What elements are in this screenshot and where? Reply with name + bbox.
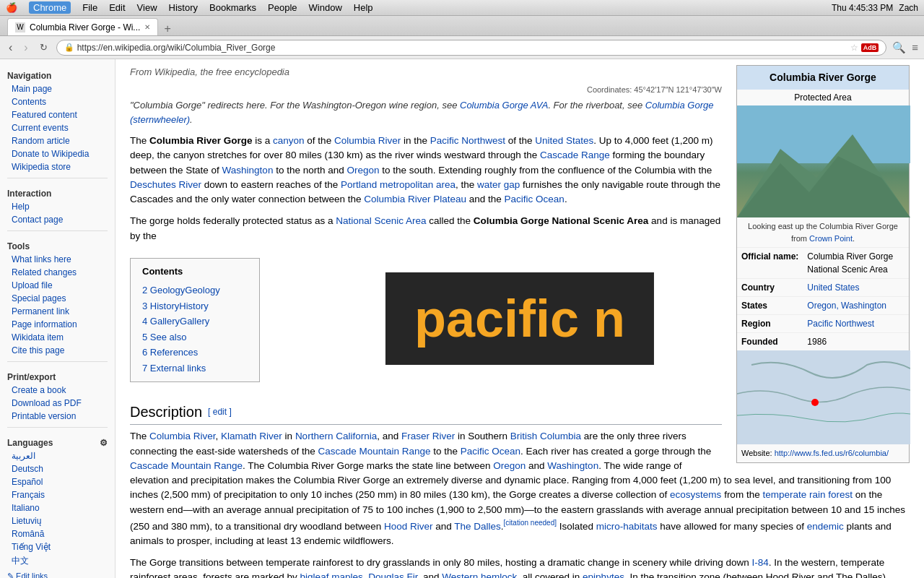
washington-link[interactable]: Washington bbox=[222, 165, 274, 176]
edit-links-button[interactable]: ✎ Edit links bbox=[0, 569, 115, 578]
ecosystems-link[interactable]: ecosystems bbox=[670, 489, 721, 500]
toc-item-2[interactable]: 2 GeologyGeology bbox=[142, 282, 248, 298]
micro-habitats-link[interactable]: micro-habitats bbox=[596, 520, 658, 531]
hood-river-link[interactable]: Hood River bbox=[384, 520, 433, 531]
british-columbia-link[interactable]: British Columbia bbox=[510, 431, 581, 441]
cascade-mtn-link[interactable]: Cascade Mountain Range bbox=[318, 446, 430, 457]
toc-item-3[interactable]: 3 HistoryHistory bbox=[142, 298, 248, 314]
address-bar[interactable]: 🔒 https://en.wikipedia.org/wiki/Columbia… bbox=[56, 40, 887, 56]
temperate-rain-forest-link[interactable]: temperate rain forest bbox=[762, 489, 853, 500]
sidebar-lang-arabic[interactable]: العربية bbox=[0, 449, 115, 462]
pacific-nw-link[interactable]: Pacific Northwest bbox=[430, 135, 505, 146]
sidebar-lang-deutsch[interactable]: Deutsch bbox=[0, 462, 115, 475]
sidebar-item-wikidata[interactable]: Wikidata item bbox=[0, 331, 115, 344]
washington-link-2[interactable]: Washington bbox=[547, 460, 598, 471]
toc-item-4[interactable]: 4 GalleryGallery bbox=[142, 314, 248, 329]
the-dalles-link[interactable]: The Dalles bbox=[454, 520, 501, 531]
sidebar-item-store[interactable]: Wikipedia store bbox=[0, 160, 115, 173]
menu-item-edit[interactable]: Edit bbox=[109, 2, 125, 13]
sidebar-item-page-info[interactable]: Page information bbox=[0, 318, 115, 331]
sidebar-item-random-article[interactable]: Random article bbox=[0, 134, 115, 147]
water-gap-link[interactable]: water gap bbox=[477, 179, 520, 190]
cascade-mtn-link-2[interactable]: Cascade Mountain Range bbox=[130, 460, 243, 471]
sidebar: Navigation Main page Contents Featured c… bbox=[0, 59, 116, 578]
sidebar-lang-chinese[interactable]: 中文 bbox=[0, 553, 115, 569]
pacific-ocean-link[interactable]: Pacific Ocean bbox=[505, 194, 565, 204]
sidebar-item-donate[interactable]: Donate to Wikipedia bbox=[0, 147, 115, 160]
toc-item-7[interactable]: 7 External links bbox=[142, 361, 248, 376]
menu-item-file[interactable]: File bbox=[82, 2, 97, 13]
back-button[interactable]: ‹ bbox=[6, 40, 15, 56]
menu-item-help[interactable]: Help bbox=[354, 2, 373, 13]
sidebar-item-printable[interactable]: Printable version bbox=[0, 410, 115, 423]
sidebar-lang-italiano[interactable]: Italiano bbox=[0, 501, 115, 514]
douglas-fir-link[interactable]: Douglas Fir bbox=[368, 571, 417, 578]
portland-metro-link[interactable]: Portland metropolitan area bbox=[341, 179, 456, 190]
fraser-river-link[interactable]: Fraser River bbox=[401, 431, 455, 441]
apple-menu[interactable]: 🍎 bbox=[6, 2, 17, 13]
menu-item-history[interactable]: History bbox=[169, 2, 198, 13]
united-states-link[interactable]: United States bbox=[535, 135, 593, 146]
sidebar-item-contact[interactable]: Contact page bbox=[0, 213, 115, 226]
languages-gear-icon[interactable]: ⚙ bbox=[100, 438, 108, 448]
sidebar-item-related-changes[interactable]: Related changes bbox=[0, 266, 115, 279]
sidebar-item-special-pages[interactable]: Special pages bbox=[0, 292, 115, 305]
crown-point-link[interactable]: Crown Point bbox=[809, 234, 853, 243]
sidebar-item-main-page[interactable]: Main page bbox=[0, 82, 115, 95]
northern-california-link[interactable]: Northern California bbox=[295, 431, 377, 441]
states-value[interactable]: Oregon, Washington bbox=[807, 301, 886, 311]
new-tab-button[interactable]: + bbox=[161, 22, 173, 35]
search-icon[interactable]: 🔍 bbox=[892, 41, 906, 54]
country-value[interactable]: United States bbox=[807, 282, 859, 293]
tab-close-button[interactable]: ✕ bbox=[144, 23, 150, 31]
description-edit-link[interactable]: [ edit ] bbox=[208, 405, 232, 418]
toc-item-6[interactable]: 6 References bbox=[142, 345, 248, 361]
endemic-link[interactable]: endemic bbox=[807, 520, 844, 531]
sidebar-item-contents[interactable]: Contents bbox=[0, 95, 115, 108]
cascade-range-link[interactable]: Cascade Range bbox=[540, 150, 610, 160]
western-hemlock-link[interactable]: Western hemlock bbox=[442, 571, 517, 578]
menu-item-view[interactable]: View bbox=[137, 2, 157, 13]
region-value[interactable]: Pacific Northwest bbox=[807, 319, 874, 329]
sidebar-lang-espanol[interactable]: Español bbox=[0, 475, 115, 488]
sidebar-lang-lithuanian[interactable]: Lietuvių bbox=[0, 514, 115, 527]
sidebar-item-upload[interactable]: Upload file bbox=[0, 279, 115, 292]
sidebar-item-cite[interactable]: Cite this page bbox=[0, 344, 115, 357]
active-tab[interactable]: W Columbia River Gorge - Wi... ✕ bbox=[7, 18, 158, 35]
oregon-link[interactable]: Oregon bbox=[346, 165, 379, 176]
sidebar-item-download-pdf[interactable]: Download as PDF bbox=[0, 397, 115, 410]
oregon-link-2[interactable]: Oregon bbox=[493, 460, 526, 471]
sidebar-lang-romanian[interactable]: Română bbox=[0, 527, 115, 540]
refresh-button[interactable]: ↻ bbox=[37, 40, 51, 54]
extensions-icon[interactable]: ≡ bbox=[912, 41, 918, 53]
toc-item-5[interactable]: 5 See also bbox=[142, 329, 248, 345]
sidebar-lang-vietnamese[interactable]: Tiếng Việt bbox=[0, 540, 115, 553]
menu-item-window[interactable]: Window bbox=[309, 2, 342, 13]
sidebar-lang-francais[interactable]: Français bbox=[0, 488, 115, 501]
sidebar-item-create-book[interactable]: Create a book bbox=[0, 384, 115, 397]
columbia-river-link-2[interactable]: Columbia River bbox=[149, 431, 216, 441]
epiphytes-link[interactable]: epiphytes bbox=[583, 571, 624, 578]
bookmark-star-icon[interactable]: ☆ bbox=[850, 43, 858, 53]
menu-item-chrome[interactable]: Chrome bbox=[29, 1, 71, 14]
pacific-ocean-link-2[interactable]: Pacific Ocean bbox=[461, 446, 520, 457]
website-link[interactable]: http://www.fs.fed.us/r6/columbia/ bbox=[775, 449, 889, 457]
columbia-plateau-link[interactable]: Columbia River Plateau bbox=[364, 194, 466, 204]
columbia-river-link[interactable]: Columbia River bbox=[334, 135, 401, 146]
klamath-river-link[interactable]: Klamath River bbox=[221, 431, 282, 441]
sidebar-item-what-links[interactable]: What links here bbox=[0, 253, 115, 266]
menu-item-people[interactable]: People bbox=[268, 2, 297, 13]
sternwheeler-link[interactable]: Columbia Gorge (sternwheeler) bbox=[130, 100, 713, 125]
sidebar-item-permanent-link[interactable]: Permanent link bbox=[0, 305, 115, 318]
sidebar-item-featured-content[interactable]: Featured content bbox=[0, 108, 115, 121]
i84-link[interactable]: I-84 bbox=[751, 557, 768, 568]
bigleaf-maples-link[interactable]: bigleaf maples bbox=[300, 571, 363, 578]
sidebar-item-help[interactable]: Help bbox=[0, 200, 115, 213]
national-scenic-area-link[interactable]: National Scenic Area bbox=[336, 215, 426, 226]
forward-button[interactable]: › bbox=[21, 40, 30, 56]
deschutes-link[interactable]: Deschutes River bbox=[130, 179, 201, 190]
sidebar-item-current-events[interactable]: Current events bbox=[0, 121, 115, 134]
columbia-gorge-ava-link[interactable]: Columbia Gorge AVA bbox=[460, 100, 548, 111]
menu-item-bookmarks[interactable]: Bookmarks bbox=[209, 2, 256, 13]
canyon-link[interactable]: canyon bbox=[273, 135, 305, 146]
